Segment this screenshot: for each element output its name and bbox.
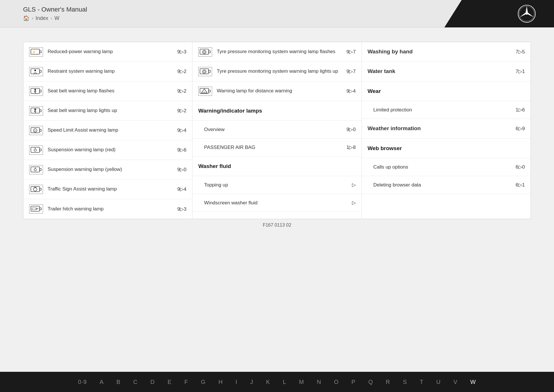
alpha-I[interactable]: I — [229, 379, 244, 385]
list-item: ⚡ Reduced-power warning lamp 9▷3 — [23, 42, 192, 62]
distance-warning-icon: ! — [198, 87, 212, 96]
mercedes-logo — [516, 4, 537, 24]
breadcrumb: 🏠 › Index › W — [23, 15, 87, 21]
svg-rect-32 — [40, 169, 41, 171]
svg-rect-11 — [40, 51, 41, 53]
entry-label: PASSENGER AIR BAG — [204, 145, 345, 150]
entry-page: 9▷4 — [177, 127, 186, 133]
header-text: GLS - Owner's Manual 🏠 › Index › W — [23, 6, 87, 21]
list-item: Seat belt warning lamp flashes 9▷2 — [23, 81, 192, 101]
entry-page: 7▷5 — [516, 49, 525, 55]
index-columns: ⚡ Reduced-power warning lamp 9▷3 — [23, 42, 531, 219]
svg-rect-50 — [209, 70, 210, 72]
entry-page: 1▷8 — [347, 144, 356, 150]
svg-text:S: S — [34, 130, 36, 132]
alpha-U[interactable]: U — [430, 379, 447, 385]
alpha-P[interactable]: P — [345, 379, 362, 385]
suspension-yellow-icon — [29, 165, 43, 174]
list-item: Tyre pressure monitoring system warning … — [192, 62, 361, 81]
trailer-hitch-icon — [29, 204, 43, 214]
alpha-Q[interactable]: Q — [362, 379, 379, 385]
entry-page: 9▷3 — [177, 49, 186, 55]
entry-page: 6▷9 — [516, 126, 525, 132]
svg-rect-37 — [40, 188, 41, 190]
entry-label: Speed Limit Assist warning lamp — [48, 127, 173, 133]
home-icon[interactable]: 🏠 — [23, 15, 29, 21]
svg-rect-54 — [209, 90, 210, 92]
list-item: Overview 9▷0 — [192, 121, 361, 139]
svg-point-48 — [203, 70, 206, 73]
section-header-label: Warning/indicator lamps — [198, 108, 262, 114]
alpha-L[interactable]: L — [276, 379, 293, 385]
entry-label: Deleting browser data — [373, 182, 514, 188]
column-1: ⚡ Reduced-power warning lamp 9▷3 — [23, 42, 192, 219]
alpha-K[interactable]: K — [260, 379, 276, 385]
svg-rect-28 — [40, 149, 41, 151]
list-item: Suspension warning lamp (yellow) 9▷0 — [23, 160, 192, 180]
section-header-label: Washer fluid — [198, 163, 231, 169]
list-item: Restraint system warning lamp 9▷2 — [23, 62, 192, 81]
entry-page: 6▷1 — [516, 182, 525, 188]
reduced-power-icon: ⚡ — [29, 47, 43, 57]
list-item: S Speed Limit Assist warning lamp 9▷4 — [23, 121, 192, 140]
svg-rect-20 — [40, 110, 41, 112]
breadcrumb-index[interactable]: Index — [35, 15, 48, 21]
entry-page: 9▷0 — [177, 167, 186, 173]
list-item: ! Warning lamp for distance warning 9▷4 — [192, 81, 361, 101]
entry-label: Limited protection — [373, 107, 514, 113]
svg-rect-46 — [209, 51, 210, 53]
tyre-pressure-light-icon — [198, 67, 212, 76]
svg-marker-2 — [527, 6, 528, 14]
list-item: Calls up options 6▷0 — [362, 158, 531, 176]
alpha-S[interactable]: S — [396, 379, 413, 385]
alpha-C[interactable]: C — [127, 379, 144, 385]
list-item: Trailer hitch warning lamp 9▷3 — [23, 199, 192, 219]
alpha-O[interactable]: O — [327, 379, 345, 385]
entry-label: Calls up options — [373, 164, 514, 170]
entry-page: 9▷2 — [177, 68, 186, 74]
section-header-label: Wear — [368, 88, 381, 94]
alpha-J[interactable]: J — [244, 379, 260, 385]
alpha-B[interactable]: B — [110, 379, 127, 385]
alpha-F[interactable]: F — [178, 379, 194, 385]
list-item: Seat belt warning lamp lights up 9▷2 — [23, 101, 192, 121]
list-item: Weather information 6▷9 — [362, 119, 531, 139]
svg-point-16 — [34, 89, 36, 91]
alpha-H[interactable]: H — [212, 379, 229, 385]
entry-label: Seat belt warning lamp flashes — [48, 88, 173, 94]
alpha-V[interactable]: V — [447, 379, 464, 385]
section-header-label: Web browser — [368, 145, 402, 152]
svg-point-19 — [34, 109, 36, 110]
column-3: Washing by hand 7▷5 Water tank 7▷1 Wear … — [362, 42, 531, 219]
svg-point-13 — [34, 70, 36, 71]
entry-page: 6▷0 — [516, 164, 525, 170]
alpha-D[interactable]: D — [144, 379, 161, 385]
seatbelt-light-icon — [29, 106, 43, 115]
svg-point-30 — [34, 169, 36, 171]
alpha-R[interactable]: R — [379, 379, 396, 385]
breadcrumb-sep2: › — [50, 16, 52, 21]
alpha-W[interactable]: W — [464, 379, 482, 385]
entry-label: Washing by hand — [368, 48, 511, 55]
svg-point-26 — [34, 149, 36, 151]
alphabet-nav: 0·9 A B C D E F G H I J K L M N O P Q R … — [0, 372, 554, 392]
alpha-N[interactable]: N — [310, 379, 327, 385]
alpha-A[interactable]: A — [93, 379, 110, 385]
entry-page: 9▷7 — [347, 49, 356, 55]
alpha-09[interactable]: 0·9 — [72, 379, 93, 385]
alpha-M[interactable]: M — [293, 379, 310, 385]
entry-page: 1▷6 — [516, 107, 525, 113]
svg-marker-5 — [527, 13, 534, 17]
svg-rect-14 — [40, 70, 41, 72]
svg-text:!: ! — [204, 90, 205, 93]
alpha-T[interactable]: T — [413, 379, 430, 385]
entry-page: ▷ — [352, 182, 356, 188]
alpha-E[interactable]: E — [161, 379, 178, 385]
svg-point-34 — [33, 188, 37, 191]
alpha-G[interactable]: G — [194, 379, 212, 385]
entry-label: Warning lamp for distance warning — [217, 88, 342, 94]
svg-rect-24 — [40, 129, 41, 131]
svg-marker-7 — [520, 13, 527, 17]
entry-label: Seat belt warning lamp lights up — [48, 107, 173, 114]
svg-point-45 — [203, 51, 205, 53]
